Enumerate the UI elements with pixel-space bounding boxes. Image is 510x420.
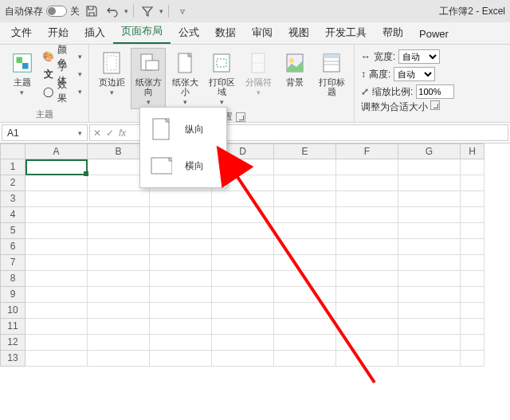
cell[interactable] (26, 351, 88, 367)
cell[interactable] (461, 239, 484, 255)
cell[interactable] (336, 223, 398, 239)
cell[interactable] (150, 255, 212, 271)
tab-help[interactable]: 帮助 (375, 21, 411, 44)
margins-button[interactable]: 页边距▾ (94, 48, 129, 100)
cell[interactable] (212, 271, 274, 287)
cell[interactable] (398, 175, 461, 191)
cell[interactable] (26, 271, 88, 287)
cell[interactable] (274, 239, 336, 255)
cell[interactable] (150, 207, 212, 223)
cell[interactable] (461, 303, 484, 319)
cell[interactable] (398, 351, 461, 367)
cell[interactable] (461, 287, 484, 303)
cell[interactable] (398, 255, 461, 271)
cell[interactable] (150, 191, 212, 207)
cell[interactable] (212, 287, 274, 303)
cell[interactable] (274, 271, 336, 287)
cell[interactable] (26, 207, 88, 223)
confirm-icon[interactable]: ✓ (106, 128, 114, 139)
cell[interactable] (212, 191, 274, 207)
cell[interactable] (26, 191, 88, 207)
tab-review[interactable]: 审阅 (244, 21, 280, 44)
cell[interactable] (461, 335, 484, 351)
cell[interactable] (274, 303, 336, 319)
chevron-down-icon[interactable]: ▾ (159, 7, 163, 15)
background-button[interactable]: 背景 (277, 48, 312, 89)
tab-page-layout[interactable]: 页面布局 (113, 19, 171, 44)
undo-icon[interactable] (104, 2, 121, 20)
cell[interactable] (398, 271, 461, 287)
cell[interactable] (398, 239, 461, 255)
cell[interactable] (398, 223, 461, 239)
cell[interactable] (461, 191, 484, 207)
cell[interactable] (336, 303, 398, 319)
save-icon[interactable] (83, 2, 100, 20)
cell[interactable] (88, 207, 150, 223)
cell[interactable] (461, 319, 484, 335)
cell[interactable] (461, 223, 484, 239)
tab-data[interactable]: 数据 (207, 21, 244, 44)
cell[interactable] (398, 287, 461, 303)
dialog-launcher[interactable] (430, 100, 440, 110)
cell[interactable] (274, 175, 336, 191)
cell[interactable] (336, 159, 398, 175)
cell[interactable] (398, 335, 461, 351)
cell[interactable] (150, 223, 212, 239)
cell[interactable] (212, 303, 274, 319)
cell[interactable] (150, 319, 212, 335)
tab-developer[interactable]: 开发工具 (317, 21, 375, 44)
col-header[interactable]: H (461, 143, 484, 159)
cell[interactable] (336, 271, 398, 287)
cell[interactable] (212, 223, 274, 239)
cell[interactable] (336, 255, 398, 271)
tab-power[interactable]: Power (411, 23, 457, 44)
cell[interactable] (398, 191, 461, 207)
cell[interactable] (461, 159, 484, 175)
size-button[interactable]: 纸张大小▾ (167, 48, 202, 109)
width-select[interactable]: 自动 (398, 49, 440, 64)
cell[interactable] (212, 319, 274, 335)
row-header[interactable]: 6 (0, 239, 26, 255)
orientation-landscape[interactable]: 横向 (140, 147, 226, 184)
row-header[interactable]: 13 (0, 351, 26, 367)
cell[interactable] (150, 335, 212, 351)
cell[interactable] (274, 319, 336, 335)
row-header[interactable]: 2 (0, 175, 26, 191)
cell[interactable] (274, 223, 336, 239)
theme-effects[interactable]: ◯ 效果▾ (41, 83, 84, 100)
cell[interactable] (274, 255, 336, 271)
row-header[interactable]: 11 (0, 319, 26, 335)
cell[interactable] (212, 239, 274, 255)
cell[interactable] (212, 255, 274, 271)
cell[interactable] (88, 335, 150, 351)
cell[interactable] (26, 223, 88, 239)
cell[interactable] (212, 335, 274, 351)
scale-input[interactable] (416, 84, 454, 99)
row-header[interactable]: 5 (0, 223, 26, 239)
cell[interactable] (150, 287, 212, 303)
cell[interactable] (150, 303, 212, 319)
cell[interactable] (150, 239, 212, 255)
row-header[interactable]: 8 (0, 271, 26, 287)
cell[interactable] (150, 271, 212, 287)
cell[interactable] (88, 351, 150, 367)
cell[interactable] (336, 239, 398, 255)
cell[interactable] (461, 175, 484, 191)
cell[interactable] (88, 271, 150, 287)
row-header[interactable]: 12 (0, 335, 26, 351)
tab-view[interactable]: 视图 (280, 21, 317, 44)
cell[interactable] (26, 175, 88, 191)
row-header[interactable]: 10 (0, 303, 26, 319)
cell[interactable] (398, 319, 461, 335)
cell[interactable] (461, 271, 484, 287)
cell[interactable] (212, 351, 274, 367)
cell[interactable] (274, 191, 336, 207)
row-header[interactable]: 1 (0, 159, 26, 175)
cell[interactable] (26, 335, 88, 351)
cell[interactable] (88, 319, 150, 335)
cell[interactable] (26, 255, 88, 271)
cell[interactable] (336, 319, 398, 335)
cell[interactable] (274, 351, 336, 367)
filter-icon[interactable] (139, 2, 156, 20)
cell[interactable] (336, 351, 398, 367)
